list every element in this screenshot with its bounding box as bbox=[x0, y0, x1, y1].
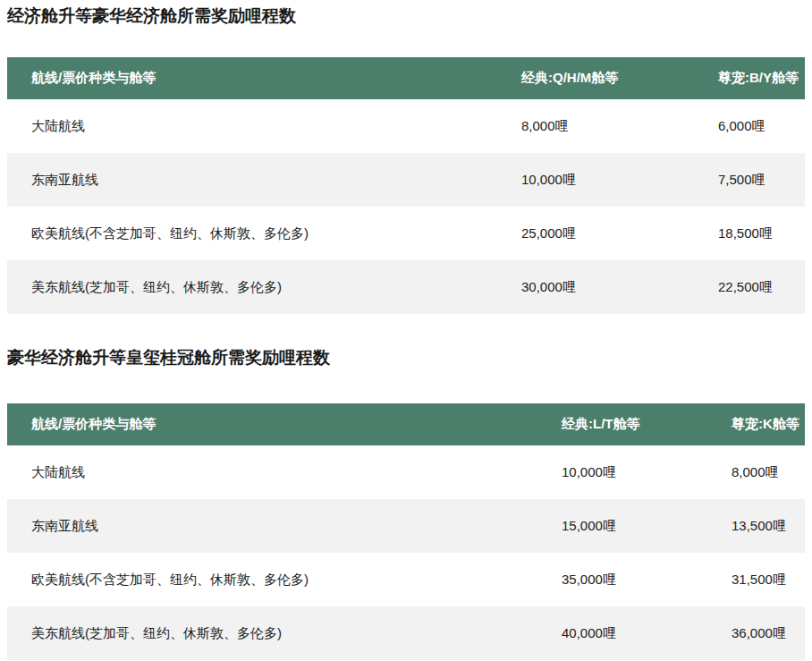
table-header-row: 航线/票价种类与舱等 经典:L/T舱等 尊宠:K舱等 bbox=[7, 403, 805, 445]
prestige-miles-cell: 8,000哩 bbox=[707, 445, 805, 499]
table-row: 欧美航线(不含芝加哥、纽约、休斯敦、多伦多) 25,000哩 18,500哩 bbox=[7, 207, 805, 260]
prestige-miles-cell: 13,500哩 bbox=[707, 499, 805, 553]
classic-miles-cell: 30,000哩 bbox=[497, 260, 694, 314]
header-prestige-class: 尊宠:B/Y舱等 bbox=[694, 57, 805, 99]
header-classic-class: 经典:L/T舱等 bbox=[537, 403, 707, 445]
route-cell: 大陆航线 bbox=[7, 445, 537, 499]
route-cell: 美东航线(芝加哥、纽约、休斯敦、多伦多) bbox=[7, 260, 497, 314]
prestige-miles-cell: 7,500哩 bbox=[694, 153, 805, 207]
classic-miles-cell: 40,000哩 bbox=[537, 606, 707, 660]
classic-miles-cell: 10,000哩 bbox=[537, 445, 707, 499]
table-row: 大陆航线 10,000哩 8,000哩 bbox=[7, 445, 805, 499]
table-header-row: 航线/票价种类与舱等 经典:Q/H/M舱等 尊宠:B/Y舱等 bbox=[7, 57, 805, 99]
prestige-miles-cell: 18,500哩 bbox=[694, 207, 805, 260]
classic-miles-cell: 15,000哩 bbox=[537, 499, 707, 553]
section-title-premium-to-royal: 豪华经济舱升等皇玺桂冠舱所需奖励哩程数 bbox=[7, 314, 805, 368]
page: 经济舱升等豪华经济舱所需奖励哩程数 航线/票价种类与舱等 经典:Q/H/M舱等 … bbox=[0, 0, 812, 661]
section-title-economy-to-premium: 经济舱升等豪华经济舱所需奖励哩程数 bbox=[7, 0, 805, 26]
prestige-miles-cell: 6,000哩 bbox=[694, 99, 805, 153]
route-cell: 东南亚航线 bbox=[7, 153, 497, 207]
route-cell: 东南亚航线 bbox=[7, 499, 537, 553]
header-route-fare-class: 航线/票价种类与舱等 bbox=[7, 57, 497, 99]
table-row: 美东航线(芝加哥、纽约、休斯敦、多伦多) 40,000哩 36,000哩 bbox=[7, 606, 805, 660]
header-prestige-class: 尊宠:K舱等 bbox=[707, 403, 805, 445]
prestige-miles-cell: 22,500哩 bbox=[694, 260, 805, 314]
upgrade-table-economy-to-premium: 航线/票价种类与舱等 经典:Q/H/M舱等 尊宠:B/Y舱等 大陆航线 8,00… bbox=[7, 57, 805, 314]
table-row: 美东航线(芝加哥、纽约、休斯敦、多伦多) 30,000哩 22,500哩 bbox=[7, 260, 805, 314]
route-cell: 欧美航线(不含芝加哥、纽约、休斯敦、多伦多) bbox=[7, 553, 537, 606]
header-classic-class: 经典:Q/H/M舱等 bbox=[497, 57, 694, 99]
prestige-miles-cell: 36,000哩 bbox=[707, 606, 805, 660]
table-row: 大陆航线 8,000哩 6,000哩 bbox=[7, 99, 805, 153]
header-route-fare-class: 航线/票价种类与舱等 bbox=[7, 403, 537, 445]
route-cell: 欧美航线(不含芝加哥、纽约、休斯敦、多伦多) bbox=[7, 207, 497, 260]
table-row: 东南亚航线 10,000哩 7,500哩 bbox=[7, 153, 805, 207]
classic-miles-cell: 10,000哩 bbox=[497, 153, 694, 207]
classic-miles-cell: 8,000哩 bbox=[497, 99, 694, 153]
upgrade-table-premium-to-royal-laurel: 航线/票价种类与舱等 经典:L/T舱等 尊宠:K舱等 大陆航线 10,000哩 … bbox=[7, 403, 805, 660]
table-row: 欧美航线(不含芝加哥、纽约、休斯敦、多伦多) 35,000哩 31,500哩 bbox=[7, 553, 805, 606]
table-row: 东南亚航线 15,000哩 13,500哩 bbox=[7, 499, 805, 553]
route-cell: 美东航线(芝加哥、纽约、休斯敦、多伦多) bbox=[7, 606, 537, 660]
route-cell: 大陆航线 bbox=[7, 99, 497, 153]
classic-miles-cell: 25,000哩 bbox=[497, 207, 694, 260]
prestige-miles-cell: 31,500哩 bbox=[707, 553, 805, 606]
classic-miles-cell: 35,000哩 bbox=[537, 553, 707, 606]
